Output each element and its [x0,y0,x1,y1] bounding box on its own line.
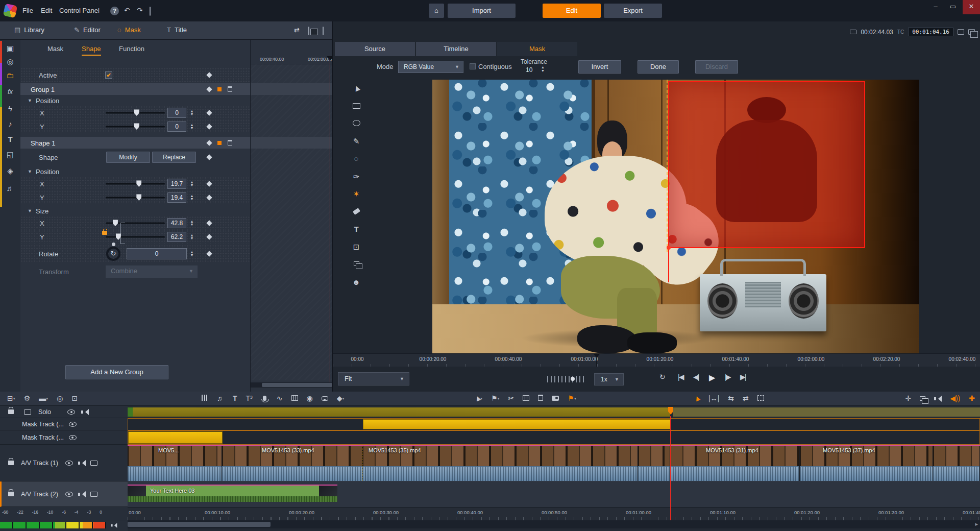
add-track-icon[interactable]: ✚ [969,392,975,405]
subtab-shape[interactable]: Shape [82,45,101,56]
marker-icon[interactable]: ⚑▾ [568,392,576,405]
size-y-value[interactable]: 62.2 [167,232,186,242]
menu-control-panel[interactable]: Control Panel [59,7,100,14]
lasso-tool-icon[interactable]: ◌ [351,153,362,164]
video-clip[interactable]: MOV51453 (35).mp4 [362,446,638,481]
shape-position-header[interactable]: ▼ Position [20,166,250,177]
shape-y-spinner[interactable]: ▲▼ [188,195,195,201]
discard-button[interactable]: Discard [695,60,738,74]
sidebar-fx-icon[interactable]: fx [0,88,20,95]
fullscreen-icon[interactable] [958,29,964,35]
tab-editor[interactable]: ✎Editor [74,26,101,34]
audio-mixer-icon[interactable] [202,392,208,405]
modify-button[interactable]: Modify [106,152,150,163]
text-mask-tool-icon[interactable]: T [351,224,362,234]
blur-icon[interactable]: ◉ [307,392,313,405]
edit-button[interactable]: Edit [543,4,601,18]
group1-delete-icon[interactable] [228,86,232,92]
av-track-1[interactable]: MOV5... MOV51453 (33).mp4 MOV51453 (35).… [128,445,980,481]
shape1-color-swatch[interactable] [217,141,222,145]
preview-ruler[interactable]: 00:00 00:00:20.00 00:00:40.00 00:01:00.0… [333,353,980,367]
sidebar-reel-icon[interactable]: ◎ [0,57,20,66]
zoom-fit-dropdown[interactable]: Fit▼ [338,372,409,385]
shape-x-slider[interactable] [106,183,165,184]
scrollbar-handle[interactable] [128,522,271,527]
eraser-tool-icon[interactable] [351,206,362,217]
export-button[interactable]: Export [604,4,662,18]
layout-icon[interactable] [323,27,324,35]
monitor-icon[interactable] [90,461,97,466]
export-mask-tool-icon[interactable]: ⊡ [351,242,362,252]
track-name[interactable]: A/V Track (2) [21,491,58,498]
title-clip[interactable]: Your Text Here 03 [128,485,337,502]
rotate-dial[interactable]: ↻ [106,247,120,261]
mask-track-1[interactable] [128,418,980,430]
shape-x-spinner[interactable]: ▲▼ [188,181,195,187]
import-button[interactable]: Import [448,4,516,18]
lock-icon[interactable] [8,461,14,465]
tab-source[interactable]: Source [335,42,415,56]
shape1-header[interactable]: Shape 1 [20,137,250,149]
group1-color-swatch[interactable] [217,87,222,91]
add-title-icon[interactable]: T [233,392,237,405]
music-score-icon[interactable]: ♬ [217,392,224,405]
tolerance-spinner[interactable]: ▲▼ [541,65,545,73]
add-3d-title-icon[interactable]: T³ [246,392,253,405]
sidebar-lightning-icon[interactable]: ϟ [0,104,20,113]
shape-y-slider[interactable] [106,197,165,198]
customize-toolbar-icon[interactable]: ⊟▾ [7,392,15,405]
shape1-keyframe-diamond[interactable] [206,140,212,146]
collapse-caret-icon[interactable]: ▼ [28,208,32,213]
timeline-ruler[interactable]: 00:00 00:00:10.00 00:00:20.00 00:00:30.0… [128,507,980,520]
previous-frame-icon[interactable]: ◀| [693,373,698,381]
sidebar-text-icon[interactable]: T [0,135,20,143]
tab-mask[interactable]: ◌Mask [117,26,141,34]
size-x-keyframe[interactable] [206,220,212,226]
playback-speed-dropdown[interactable]: 1x▼ [594,373,624,385]
timeline-scrollbar[interactable]: ▸ [128,520,980,528]
group1-keyframe-diamond[interactable] [206,86,212,92]
split-clip-icon[interactable]: ✂ [508,392,514,405]
group-x-value[interactable]: 0 [167,108,186,118]
collapse-caret-icon[interactable]: ▼ [28,169,32,174]
edit-cursor-icon[interactable]: ▶ [694,392,700,405]
lock-icon[interactable] [8,492,14,496]
group-y-slider[interactable] [106,126,165,127]
select-tool-icon[interactable]: ▶ [351,83,362,93]
timeline-tracks[interactable]: MOV5... MOV51453 (33).mp4 MOV51453 (35).… [128,406,980,531]
size-header[interactable]: ▼ Size [20,205,250,216]
sidebar-score-icon[interactable]: ♬ [0,184,20,192]
current-timecode[interactable]: 00:01:04.16 [908,28,953,36]
swap-panel-icon[interactable]: ⇄ [294,26,300,34]
minimize-button[interactable]: – [927,0,944,14]
track-options-icon[interactable] [24,409,31,415]
preview-playhead-marker[interactable] [594,354,600,361]
mask-clip[interactable] [128,431,223,444]
home-button[interactable]: ⌂ [429,4,444,18]
shape-y-keyframe[interactable] [206,195,212,200]
roll-mode-icon[interactable]: ⇄ [743,392,749,405]
collapse-caret-icon[interactable]: ▼ [28,98,32,103]
flag-marker-icon[interactable]: ⚑▾ [491,392,500,405]
shape-y-value[interactable]: 19.4 [167,192,186,203]
video-clip[interactable] [638,446,670,481]
audio-monitor-icon[interactable] [934,392,941,405]
navigator-track[interactable] [128,406,980,418]
solo-label[interactable]: Solo [38,408,51,416]
keyframe-mode-icon[interactable]: ◆▾ [337,392,345,405]
kf-scrollbar[interactable] [251,382,333,388]
eye-icon[interactable] [65,492,73,497]
keyframe-ruler[interactable]: 00:00:40.00 00:01:00.00 [251,55,333,64]
shape-x-value[interactable]: 19.7 [167,179,186,189]
grid-snap-icon[interactable] [523,392,529,405]
size-x-value[interactable]: 42.8 [167,218,186,228]
eye-icon[interactable] [65,461,73,466]
redo-icon[interactable]: ↷ [137,6,143,14]
group1-header[interactable]: Group 1 [20,83,250,95]
tab-title[interactable]: TTitle [167,26,187,34]
subtitle-icon[interactable] [322,392,328,405]
eye-icon[interactable] [69,435,77,440]
clone-tool-icon[interactable] [351,259,362,270]
timeline-settings-icon[interactable]: ⚙ [24,392,31,405]
next-frame-icon[interactable]: |▶ [725,373,730,381]
